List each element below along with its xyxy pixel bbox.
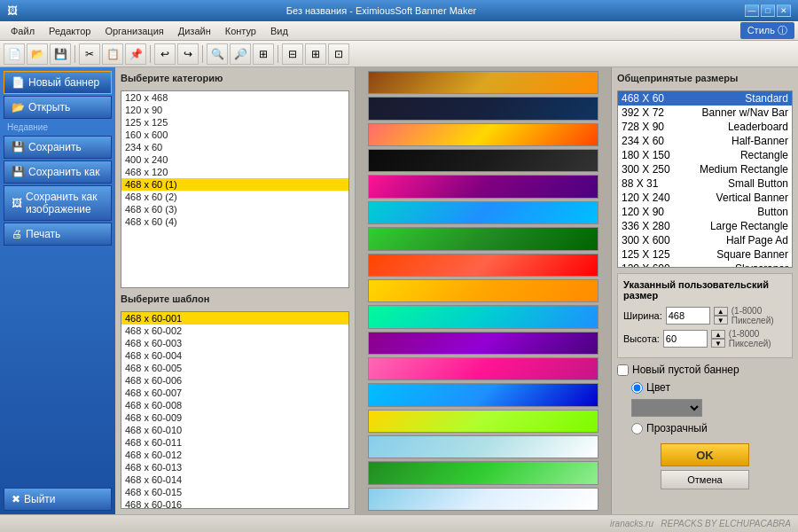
banner-8[interactable] <box>368 254 598 277</box>
toolbar-zoom-in[interactable]: 🔍 <box>207 43 228 65</box>
new-banner-btn[interactable]: 📄 Новый баннер <box>4 71 112 94</box>
banner-9[interactable] <box>368 279 598 302</box>
template-item[interactable]: 468 x 60-011 <box>121 436 348 449</box>
template-item[interactable]: 468 x 60-009 <box>121 411 348 424</box>
template-item[interactable]: 468 x 60-010 <box>121 424 348 436</box>
category-item[interactable]: 125 x 125 <box>121 116 348 129</box>
template-item[interactable]: 468 x 60-013 <box>121 461 348 473</box>
close-button[interactable]: ✕ <box>777 4 791 17</box>
menu-view[interactable]: Вид <box>263 24 295 38</box>
banner-2[interactable] <box>368 97 598 120</box>
print-btn[interactable]: 🖨 Печать <box>4 223 112 246</box>
template-item[interactable]: 468 x 60-014 <box>121 473 348 486</box>
category-list[interactable]: 120 x 468120 x 90125 x 125160 x 600234 x… <box>121 90 349 288</box>
empty-banner-checkbox[interactable] <box>617 364 629 376</box>
banner-17[interactable] <box>368 488 598 511</box>
banner-11[interactable] <box>368 332 598 355</box>
toolbar-open[interactable]: 📂 <box>27 43 48 65</box>
menu-file[interactable]: Файл <box>4 24 42 38</box>
banner-1[interactable] <box>368 71 598 94</box>
template-item[interactable]: 468 x 60-012 <box>121 449 348 461</box>
template-item[interactable]: 468 x 60-016 <box>121 498 348 509</box>
size-item[interactable]: 88 X 31Small Button <box>618 176 792 191</box>
toolbar-cut[interactable]: ✂ <box>79 43 100 65</box>
banner-5[interactable] <box>368 175 598 198</box>
toolbar-save[interactable]: 💾 <box>50 43 71 65</box>
template-item[interactable]: 468 x 60-015 <box>121 486 348 498</box>
save-image-btn[interactable]: 🖼 Сохранить как изображение <box>4 185 112 221</box>
template-list[interactable]: 468 x 60-001468 x 60-002468 x 60-003468 … <box>121 311 349 509</box>
banner-13[interactable] <box>368 383 598 406</box>
width-down[interactable]: ▼ <box>714 316 728 325</box>
size-item[interactable]: 125 X 125Square Banner <box>618 247 792 262</box>
minimize-button[interactable]: — <box>745 4 759 17</box>
color-radio[interactable] <box>631 382 643 394</box>
toolbar-new[interactable]: 📄 <box>4 43 25 65</box>
banner-3[interactable] <box>368 123 598 146</box>
banner-15[interactable] <box>368 435 598 458</box>
banner-7[interactable] <box>368 227 598 250</box>
width-up[interactable]: ▲ <box>714 307 728 316</box>
color-select[interactable] <box>631 399 702 417</box>
toolbar-paste[interactable]: 📌 <box>125 43 146 65</box>
category-item[interactable]: 120 x 90 <box>121 104 348 116</box>
banner-14[interactable] <box>368 410 598 433</box>
toolbar-fit[interactable]: ⊞ <box>253 43 274 65</box>
cancel-button[interactable]: Отмена <box>661 470 749 489</box>
menu-editor[interactable]: Редактор <box>42 24 98 38</box>
save-as-btn[interactable]: 💾 Сохранить как <box>4 160 112 184</box>
menu-design[interactable]: Дизайн <box>171 24 218 38</box>
category-item[interactable]: 468 x 60 (1) <box>121 178 348 191</box>
size-item[interactable]: 120 X 600Skyscraper <box>618 262 792 268</box>
category-item[interactable]: 120 x 468 <box>121 91 348 104</box>
maximize-button[interactable]: □ <box>761 4 775 17</box>
banner-4[interactable] <box>368 149 598 172</box>
menu-contour[interactable]: Контур <box>218 24 263 38</box>
width-input[interactable] <box>666 307 710 325</box>
size-item[interactable]: 336 X 280Large Rectangle <box>618 219 792 233</box>
category-item[interactable]: 234 x 60 <box>121 141 348 153</box>
banner-10[interactable] <box>368 305 598 328</box>
category-item[interactable]: 160 x 600 <box>121 129 348 141</box>
template-item[interactable]: 468 x 60-005 <box>121 362 348 374</box>
toolbar-align[interactable]: ⊟ <box>282 43 303 65</box>
template-item[interactable]: 468 x 60-004 <box>121 349 348 362</box>
save-btn[interactable]: 💾 Сохранить <box>4 136 112 159</box>
template-item[interactable]: 468 x 60-006 <box>121 374 348 387</box>
banner-16[interactable] <box>368 461 598 484</box>
toolbar-grid[interactable]: ⊞ <box>305 43 326 65</box>
template-item[interactable]: 468 x 60-001 <box>121 312 348 325</box>
toolbar-undo[interactable]: ↩ <box>154 43 176 65</box>
category-item[interactable]: 468 x 120 <box>121 166 348 178</box>
exit-btn[interactable]: ✖ Выйти <box>4 488 112 511</box>
menu-org[interactable]: Организация <box>98 24 170 38</box>
category-item[interactable]: 468 x 60 (2) <box>121 191 348 203</box>
template-item[interactable]: 468 x 60-008 <box>121 399 348 411</box>
size-item[interactable]: 120 X 240Vertical Banner <box>618 191 792 205</box>
toolbar-zoom-out[interactable]: 🔎 <box>230 43 251 65</box>
sizes-list[interactable]: 468 X 60Standard392 X 72Banner w/Nav Bar… <box>617 90 793 268</box>
ok-button[interactable]: OK <box>661 443 749 466</box>
template-item[interactable]: 468 x 60-007 <box>121 387 348 399</box>
transparent-radio[interactable] <box>631 423 643 434</box>
size-item[interactable]: 120 X 90Button <box>618 205 792 219</box>
size-item[interactable]: 300 X 600Half Page Ad <box>618 233 792 247</box>
height-down[interactable]: ▼ <box>711 339 725 348</box>
size-item[interactable]: 392 X 72Banner w/Nav Bar <box>618 106 792 120</box>
toolbar-snap[interactable]: ⊡ <box>328 43 349 65</box>
size-item[interactable]: 728 X 90Leaderboard <box>618 120 792 134</box>
size-item[interactable]: 234 X 60Half-Banner <box>618 134 792 148</box>
template-item[interactable]: 468 x 60-003 <box>121 337 348 349</box>
category-item[interactable]: 468 x 60 (4) <box>121 215 348 228</box>
toolbar-redo[interactable]: ↪ <box>177 43 199 65</box>
size-item[interactable]: 300 X 250Medium Rectangle <box>618 162 792 176</box>
category-item[interactable]: 400 x 240 <box>121 153 348 166</box>
height-up[interactable]: ▲ <box>711 330 725 339</box>
banner-6[interactable] <box>368 201 598 224</box>
template-item[interactable]: 468 x 60-002 <box>121 325 348 337</box>
banner-12[interactable] <box>368 357 598 380</box>
size-item[interactable]: 180 X 150Rectangle <box>618 148 792 162</box>
category-item[interactable]: 468 x 60 (3) <box>121 203 348 215</box>
open-btn[interactable]: 📂 Открыть <box>4 96 112 119</box>
height-input[interactable] <box>663 330 708 348</box>
